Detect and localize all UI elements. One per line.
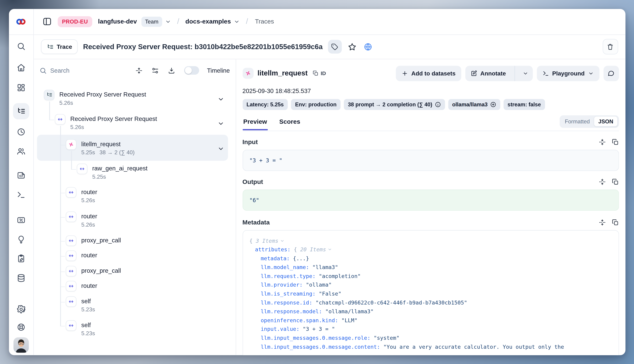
user-avatar[interactable] <box>13 337 29 352</box>
json-line: llm.response.id: "chatcmpl-d96622c0-c642… <box>249 298 612 307</box>
download-button[interactable] <box>165 64 178 76</box>
metric-badge[interactable]: Env: production <box>291 99 341 110</box>
tree-node-self[interactable]: self <box>81 297 91 304</box>
org-name[interactable]: langfuse-dev <box>98 18 137 25</box>
tree-connector <box>60 286 65 287</box>
sidebar-toggle-button[interactable] <box>41 16 53 28</box>
add-to-datasets-button[interactable]: Add to datasets <box>396 66 461 81</box>
node-subline: 5.25s <box>92 174 106 180</box>
node-subline: 5.23s <box>81 306 95 312</box>
format-option-formatted[interactable]: Formatted <box>561 116 594 126</box>
timeline-toggle[interactable] <box>184 66 199 75</box>
trace-node-icon <box>44 90 55 100</box>
tree-node-router[interactable]: router <box>81 282 97 289</box>
format-toggle: Formatted JSON <box>560 115 619 128</box>
tree-node-received-proxy-server-request[interactable]: Received Proxy Server Request <box>70 115 157 122</box>
output-section-header: Output <box>243 178 619 185</box>
json-collapse-chevron[interactable] <box>280 238 284 243</box>
sidebar-item-datasets[interactable] <box>13 270 29 286</box>
json-key: openinference.span.kind: <box>261 317 341 324</box>
format-option-json[interactable]: JSON <box>594 116 618 126</box>
comments-button[interactable] <box>603 66 619 81</box>
tab-scores[interactable]: Scores <box>279 116 301 130</box>
bookmark-star-button[interactable] <box>347 42 358 52</box>
tree-connector <box>71 151 72 169</box>
sidebar-item-playground[interactable] <box>13 186 29 203</box>
json-collapse-chevron[interactable] <box>328 247 332 252</box>
annotate-dropdown-button[interactable] <box>518 66 533 81</box>
sidebar-item-search[interactable] <box>13 38 29 54</box>
copy-icon[interactable] <box>611 138 619 146</box>
project-switcher-chevron-icon[interactable] <box>234 18 240 24</box>
json-key: llm.model_name: <box>261 264 312 270</box>
generation-type-chip <box>243 68 253 79</box>
metric-badge[interactable]: Latency: 5.25s <box>243 99 288 110</box>
trace-header-bar: Trace Received Proxy Server Request: b30… <box>34 35 625 59</box>
tree-node-proxy-pre-call[interactable]: proxy_pre_call <box>81 236 121 243</box>
tree-node-router[interactable]: router <box>81 212 97 220</box>
annotate-button[interactable]: Annotate <box>465 66 511 81</box>
node-collapse-chevron[interactable] <box>217 120 224 127</box>
project-name[interactable]: docs-examples <box>185 18 231 25</box>
public-share-button[interactable] <box>363 42 373 52</box>
json-line: llm.request.type: "acompletion" <box>249 272 612 281</box>
star-icon <box>348 42 357 51</box>
tree-node-self[interactable]: self <box>81 321 91 328</box>
breadcrumb-section[interactable]: Traces <box>255 18 274 25</box>
metric-badge[interactable]: stream: false <box>503 99 545 110</box>
observation-header: litellm_request ID Add to datasets <box>243 66 619 81</box>
metric-badge[interactable]: ollama/llama3 <box>448 99 500 110</box>
node-duration: 5.25s <box>92 174 106 180</box>
tree-connector <box>60 241 65 242</box>
chevron-down-icon <box>217 145 224 152</box>
playground-button[interactable]: Playground <box>537 66 599 81</box>
span-node-icon <box>55 114 65 124</box>
span-node-icon <box>66 296 76 306</box>
tree-node-proxy-pre-call[interactable]: proxy_pre_call <box>81 267 121 274</box>
sidebar-item-dashboards[interactable] <box>13 79 29 96</box>
sidebar-item-settings[interactable] <box>13 301 29 317</box>
sidebar-item-insights[interactable] <box>13 231 29 248</box>
input-section-header: Input <box>243 138 619 146</box>
sidebar-item-support[interactable] <box>13 319 29 335</box>
node-collapse-chevron[interactable] <box>217 145 224 152</box>
tree-settings-button[interactable] <box>149 64 161 76</box>
tab-preview[interactable]: Preview <box>243 116 268 130</box>
node-collapse-chevron[interactable] <box>217 96 224 102</box>
delete-trace-button[interactable] <box>602 39 618 54</box>
sidebar-item-evaluations[interactable] <box>13 212 29 228</box>
annotate-split-button: Annotate <box>465 66 533 81</box>
sidebar-item-home[interactable] <box>13 60 29 76</box>
sidebar-item-tracing[interactable] <box>13 103 29 119</box>
span-node-icon <box>66 187 76 198</box>
tree-node-received-proxy-server-request[interactable]: Received Proxy Server Request <box>59 91 146 98</box>
tags-button[interactable] <box>328 40 342 54</box>
collapse-section-icon[interactable] <box>598 138 606 146</box>
tree-node-raw-gen-ai-request[interactable]: raw_gen_ai_request <box>92 164 147 172</box>
collapse-section-icon[interactable] <box>598 218 606 226</box>
tree-search-input[interactable] <box>50 67 95 74</box>
sidebar-item-sessions[interactable] <box>13 124 29 140</box>
collapse-section-icon[interactable] <box>598 178 606 185</box>
observation-tree: Received Proxy Server Request5.26sReceiv… <box>34 82 236 355</box>
sidebar-item-prompts[interactable] <box>13 167 29 184</box>
copy-icon[interactable] <box>611 178 619 185</box>
org-logo[interactable] <box>9 9 34 34</box>
copy-icon[interactable] <box>611 218 619 226</box>
node-token-usage: 38 → 2 (∑ 40) <box>99 149 135 155</box>
environment-badge[interactable]: PROD-EU <box>58 16 92 27</box>
tag-icon <box>331 43 338 50</box>
tree-node-router[interactable]: router <box>81 188 97 195</box>
json-line: llm.model_name: "llama3" <box>249 263 612 272</box>
tree-node-litellm-request[interactable]: litellm_request <box>81 140 121 147</box>
sidebar-item-users[interactable] <box>13 143 29 159</box>
metric-badge[interactable]: 38 prompt → 2 completion (∑ 40) <box>344 99 445 110</box>
timeline-toggle-label: Timeline <box>207 67 230 74</box>
tree-connector <box>49 101 50 120</box>
sidebar-item-annotation-queues[interactable] <box>13 250 29 266</box>
org-switcher-chevron-icon[interactable] <box>165 18 171 24</box>
tree-node-router[interactable]: router <box>81 252 97 258</box>
copy-id-button[interactable]: ID <box>313 70 326 76</box>
file-code-icon <box>17 171 26 180</box>
collapse-all-button[interactable] <box>133 64 145 76</box>
